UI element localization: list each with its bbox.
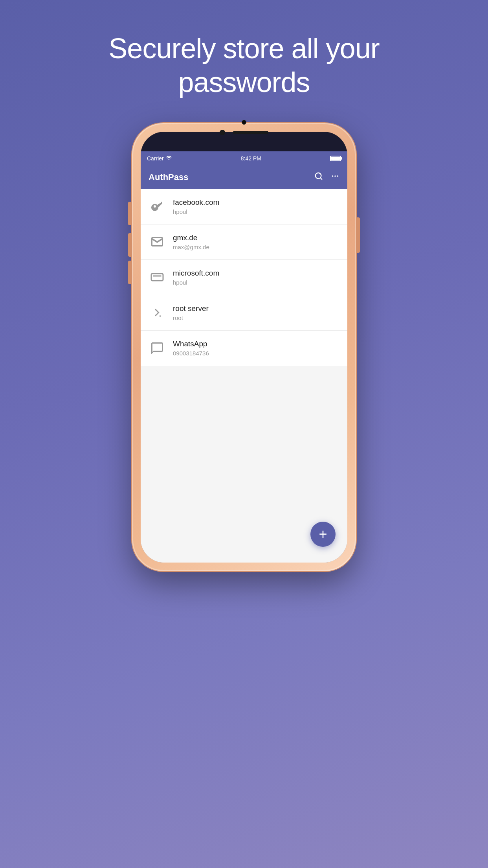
chat-icon (149, 340, 166, 357)
password-list: facebook.com hpoul gmx.de (141, 189, 347, 563)
camera-area (209, 127, 279, 138)
item-title: root server (173, 304, 339, 313)
battery-icon (330, 156, 341, 161)
item-title: facebook.com (173, 198, 339, 207)
phone-mockup: Carrier 8:42 PM (132, 123, 356, 571)
item-title: gmx.de (173, 234, 339, 242)
svg-point-3 (334, 175, 336, 177)
box-icon (149, 268, 166, 286)
app-title: AuthPass (149, 172, 314, 182)
list-item[interactable]: gmx.de max@gmx.de (141, 224, 347, 260)
item-title: microsoft.com (173, 269, 339, 278)
svg-point-2 (332, 175, 334, 177)
search-icon[interactable] (314, 172, 323, 183)
list-item[interactable]: facebook.com hpoul (141, 189, 347, 224)
item-text: facebook.com hpoul (173, 198, 339, 215)
status-time: 8:42 PM (241, 155, 261, 162)
page-headline: Securely store all your passwords (95, 31, 393, 99)
item-title: WhatsApp (173, 340, 339, 348)
front-camera (242, 120, 246, 125)
more-icon[interactable] (331, 172, 339, 183)
navigation-bar: AuthPass (141, 166, 347, 189)
screen-bezel: Carrier 8:42 PM (141, 132, 347, 563)
nav-icons (314, 172, 339, 183)
fab-area: + (310, 522, 336, 547)
status-bar: Carrier 8:42 PM (141, 151, 347, 166)
item-text: gmx.de max@gmx.de (173, 234, 339, 250)
speaker-bar (233, 131, 268, 134)
item-subtitle: 09003184736 (173, 350, 339, 357)
phone-screen: Carrier 8:42 PM (141, 151, 347, 563)
add-button[interactable]: + (310, 522, 336, 547)
item-subtitle: max@gmx.de (173, 244, 339, 250)
item-text: root server root (173, 304, 339, 321)
camera-dot (220, 130, 225, 135)
svg-point-4 (337, 175, 339, 177)
wifi-icon (166, 155, 172, 161)
svg-line-1 (320, 178, 322, 179)
key-icon (149, 198, 166, 215)
item-subtitle: root (173, 314, 339, 321)
item-subtitle: hpoul (173, 208, 339, 215)
list-item[interactable]: microsoft.com hpoul (141, 260, 347, 295)
terminal-icon (149, 304, 166, 321)
carrier-info: Carrier (147, 155, 172, 162)
list-item[interactable]: WhatsApp 09003184736 (141, 331, 347, 366)
carrier-label: Carrier (147, 155, 164, 162)
phone-shell: Carrier 8:42 PM (132, 123, 356, 571)
item-text: WhatsApp 09003184736 (173, 340, 339, 357)
list-item[interactable]: root server root (141, 295, 347, 331)
item-text: microsoft.com hpoul (173, 269, 339, 286)
item-subtitle: hpoul (173, 279, 339, 286)
mail-icon (149, 233, 166, 250)
